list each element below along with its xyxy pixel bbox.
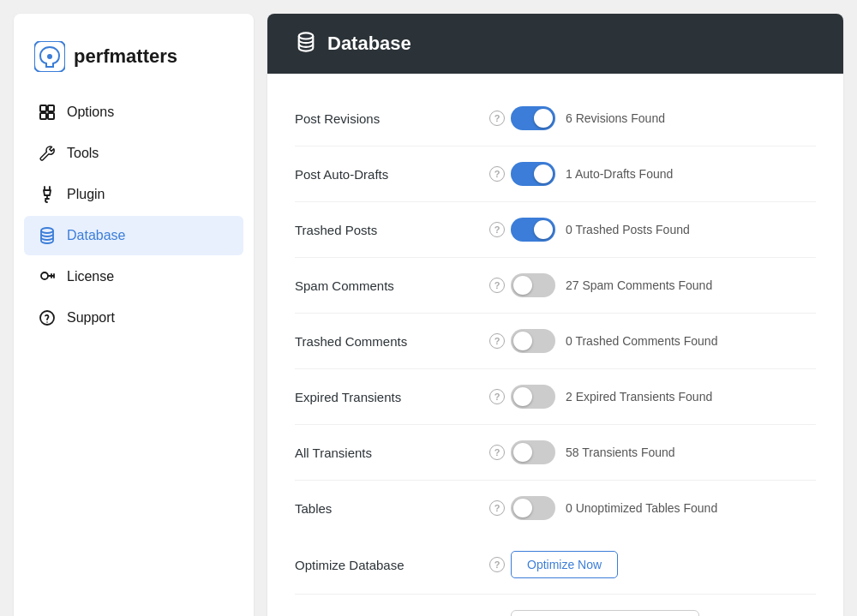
optimize-now-button[interactable]: Optimize Now <box>511 551 618 578</box>
setting-control-all-transients: 58 Transients Found <box>511 440 816 464</box>
toggle-thumb-all-transients <box>513 443 532 462</box>
main-content: Database Post Revisions ? 6 Revisions Fo… <box>267 0 857 616</box>
setting-label-tables: Tables <box>295 501 483 516</box>
setting-label-all-transients: All Transients <box>295 446 483 460</box>
scheduled-opt-row: Scheduled Optimization ? DisabledDailyWe… <box>295 595 816 616</box>
help-icon-trashed-comments[interactable]: ? <box>489 333 505 349</box>
sidebar-item-options-label: Options <box>67 105 114 120</box>
sidebar-item-support[interactable]: Support <box>24 298 243 338</box>
optimize-db-control: Optimize Now <box>511 551 816 578</box>
setting-row-post-revisions: Post Revisions ? 6 Revisions Found <box>295 91 816 147</box>
setting-help-expired-transients[interactable]: ? <box>483 389 511 404</box>
optimize-db-label: Optimize Database <box>295 558 483 572</box>
toggle-post-revisions[interactable] <box>511 106 555 130</box>
optimize-db-row: Optimize Database ? Optimize Now <box>295 535 816 595</box>
app-logo: perfmatters <box>14 34 254 93</box>
setting-row-trashed-comments: Trashed Comments ? 0 Trashed Comments Fo… <box>295 314 816 369</box>
sidebar-item-database-label: Database <box>67 228 126 243</box>
toggle-all-transients[interactable] <box>511 440 555 464</box>
toggle-thumb-post-revisions <box>534 109 553 128</box>
setting-row-expired-transients: Expired Transients ? 2 Expired Transient… <box>295 369 816 425</box>
sidebar-item-tools[interactable]: Tools <box>24 134 243 173</box>
setting-control-post-revisions: 6 Revisions Found <box>511 106 816 130</box>
help-circle-icon <box>38 308 57 327</box>
database-header-icon <box>295 31 317 57</box>
sidebar-item-database[interactable]: Database <box>24 216 243 255</box>
app-name: perfmatters <box>74 45 177 68</box>
setting-row-post-auto-drafts: Post Auto-Drafts ? 1 Auto-Drafts Found <box>295 147 816 202</box>
toggle-thumb-post-auto-drafts <box>534 164 553 183</box>
help-icon-all-transients[interactable]: ? <box>489 445 505 460</box>
sidebar: perfmatters Options Tools <box>14 14 254 616</box>
page-title: Database <box>327 33 411 55</box>
setting-help-trashed-posts[interactable]: ? <box>483 222 511 237</box>
svg-rect-5 <box>48 113 54 119</box>
database-icon-sidebar <box>38 226 57 245</box>
optimize-db-help-icon[interactable]: ? <box>489 557 505 572</box>
sidebar-item-license-label: License <box>67 269 114 284</box>
setting-help-all-transients[interactable]: ? <box>483 445 511 460</box>
setting-row-trashed-posts: Trashed Posts ? 0 Trashed Posts Found <box>295 202 816 258</box>
setting-info-trashed-comments: 0 Trashed Comments Found <box>566 334 717 348</box>
toggle-thumb-trashed-posts <box>534 220 553 239</box>
toggle-spam-comments[interactable] <box>511 273 555 297</box>
toggle-post-auto-drafts[interactable] <box>511 162 555 186</box>
svg-point-6 <box>41 228 53 233</box>
setting-label-trashed-posts: Trashed Posts <box>295 223 483 237</box>
help-icon-expired-transients[interactable]: ? <box>489 389 505 404</box>
help-icon-tables[interactable]: ? <box>489 500 505 516</box>
sidebar-item-license[interactable]: License <box>24 257 243 296</box>
svg-point-1 <box>47 54 52 59</box>
toggle-tables[interactable] <box>511 496 555 520</box>
scheduled-opt-select[interactable]: DisabledDailyWeeklyMonthly <box>511 610 699 616</box>
setting-label-spam-comments: Spam Comments <box>295 278 483 293</box>
setting-info-expired-transients: 2 Expired Transients Found <box>566 390 712 404</box>
setting-control-expired-transients: 2 Expired Transients Found <box>511 385 816 409</box>
sidebar-item-plugin-label: Plugin <box>67 187 105 202</box>
sidebar-nav: Options Tools Plugin <box>14 93 254 338</box>
setting-help-post-auto-drafts[interactable]: ? <box>483 166 511 182</box>
toggle-trashed-comments[interactable] <box>511 329 555 353</box>
setting-help-trashed-comments[interactable]: ? <box>483 333 511 349</box>
svg-rect-3 <box>48 105 54 111</box>
svg-point-10 <box>299 33 314 39</box>
setting-help-spam-comments[interactable]: ? <box>483 278 511 293</box>
help-icon-post-auto-drafts[interactable]: ? <box>489 166 505 182</box>
toggle-expired-transients[interactable] <box>511 385 555 409</box>
setting-control-trashed-comments: 0 Trashed Comments Found <box>511 329 816 353</box>
svg-rect-2 <box>40 105 46 111</box>
setting-info-spam-comments: 27 Spam Comments Found <box>566 278 712 292</box>
help-icon-trashed-posts[interactable]: ? <box>489 222 505 237</box>
setting-label-post-revisions: Post Revisions <box>295 111 483 126</box>
help-icon-post-revisions[interactable]: ? <box>489 111 505 126</box>
toggle-trashed-posts[interactable] <box>511 218 555 242</box>
wrench-icon <box>38 144 57 163</box>
svg-point-9 <box>46 321 48 323</box>
grid-icon <box>38 103 57 122</box>
setting-help-post-revisions[interactable]: ? <box>483 111 511 126</box>
sidebar-item-support-label: Support <box>67 310 115 326</box>
toggle-thumb-expired-transients <box>513 387 532 406</box>
setting-label-expired-transients: Expired Transients <box>295 390 483 404</box>
help-icon-spam-comments[interactable]: ? <box>489 278 505 293</box>
setting-info-post-revisions: 6 Revisions Found <box>566 111 665 125</box>
scheduled-opt-control: DisabledDailyWeeklyMonthly <box>511 610 816 616</box>
setting-control-tables: 0 Unoptimized Tables Found <box>511 496 816 520</box>
plug-icon <box>38 185 57 204</box>
setting-info-trashed-posts: 0 Trashed Posts Found <box>566 223 690 236</box>
sidebar-item-plugin[interactable]: Plugin <box>24 175 243 214</box>
setting-info-tables: 0 Unoptimized Tables Found <box>566 501 717 515</box>
toggle-thumb-tables <box>513 499 532 517</box>
setting-help-tables[interactable]: ? <box>483 500 511 516</box>
toggle-thumb-spam-comments <box>513 276 532 295</box>
setting-row-spam-comments: Spam Comments ? 27 Spam Comments Found <box>295 258 816 314</box>
setting-control-post-auto-drafts: 1 Auto-Drafts Found <box>511 162 816 186</box>
sidebar-item-options[interactable]: Options <box>24 93 243 132</box>
scheduled-opt-select-wrapper: DisabledDailyWeeklyMonthly <box>511 610 699 616</box>
content-card: Database Post Revisions ? 6 Revisions Fo… <box>267 14 843 616</box>
sidebar-item-tools-label: Tools <box>67 146 99 161</box>
optimize-db-help[interactable]: ? <box>483 557 511 572</box>
setting-row-all-transients: All Transients ? 58 Transients Found <box>295 425 816 481</box>
setting-row-tables: Tables ? 0 Unoptimized Tables Found <box>295 481 816 535</box>
setting-info-post-auto-drafts: 1 Auto-Drafts Found <box>566 167 673 181</box>
